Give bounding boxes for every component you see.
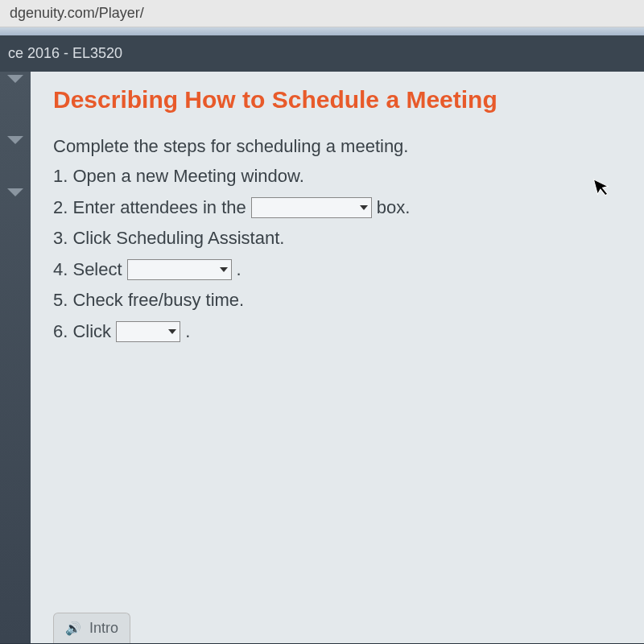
step-3: 3. Click Scheduling Assistant. <box>53 223 621 254</box>
intro-label: Intro <box>89 620 118 637</box>
step-6-post: . <box>185 316 190 348</box>
click-dropdown[interactable] <box>116 321 180 342</box>
attendees-dropdown[interactable] <box>251 197 372 218</box>
left-gutter <box>0 72 31 643</box>
step-6-pre: 6. Click <box>53 316 111 348</box>
step-4-post: . <box>237 254 242 286</box>
select-dropdown[interactable] <box>127 259 232 280</box>
collapse-marker-icon[interactable] <box>7 188 23 196</box>
collapse-marker-icon[interactable] <box>7 75 23 83</box>
content-wrap: Describing How to Schedule a Meeting Com… <box>0 72 644 643</box>
divider-bar <box>0 27 644 35</box>
step-5: 5. Check free/busy time. <box>53 285 621 316</box>
chevron-down-icon <box>220 267 228 272</box>
url-text: dgenuity.com/Player/ <box>10 5 144 21</box>
step-2-post: box. <box>377 192 411 224</box>
main-panel: Describing How to Schedule a Meeting Com… <box>31 72 644 643</box>
step-5-text: 5. Check free/busy time. <box>53 285 244 316</box>
instruction-text: Complete the steps for scheduling a meet… <box>53 131 621 161</box>
step-2-pre: 2. Enter attendees in the <box>53 192 246 224</box>
step-4: 4. Select . <box>53 254 621 286</box>
chevron-down-icon <box>360 205 368 210</box>
speaker-icon <box>65 621 81 637</box>
chevron-down-icon <box>168 329 176 334</box>
collapse-marker-icon[interactable] <box>7 136 23 144</box>
step-1-text: 1. Open a new Meeting window. <box>53 161 304 192</box>
step-4-pre: 4. Select <box>53 254 122 286</box>
step-1: 1. Open a new Meeting window. <box>53 161 621 192</box>
course-label: ce 2016 - EL3520 <box>8 45 122 61</box>
step-6: 6. Click . <box>53 316 621 348</box>
course-nav-bar: ce 2016 - EL3520 <box>0 35 644 72</box>
intro-button[interactable]: Intro <box>53 613 130 643</box>
step-2: 2. Enter attendees in the box. <box>53 192 621 224</box>
browser-address-bar[interactable]: dgenuity.com/Player/ <box>0 0 644 27</box>
lesson-title: Describing How to Schedule a Meeting <box>53 86 621 114</box>
step-3-text: 3. Click Scheduling Assistant. <box>53 223 284 254</box>
